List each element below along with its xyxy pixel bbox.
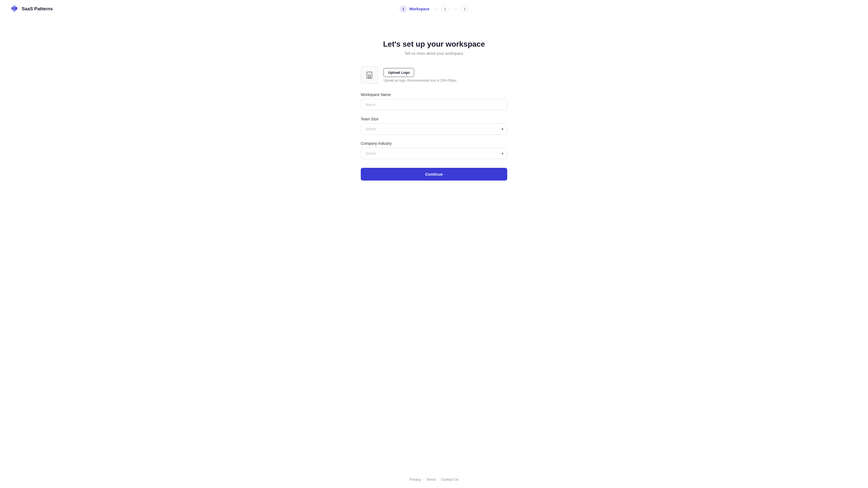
step-separator-1: — — [433, 6, 437, 11]
footer-dot-1: · — [423, 478, 424, 482]
workspace-name-input[interactable] — [361, 99, 507, 110]
footer-privacy-link[interactable]: Privacy — [409, 478, 421, 482]
building-icon — [366, 71, 373, 79]
workspace-name-group: Workspace Name — [361, 93, 507, 110]
stepper: 1 Workspace — 2 — 3 — [400, 5, 468, 13]
continue-button[interactable]: Continue — [361, 168, 507, 181]
footer-dot-2: · — [438, 478, 439, 482]
app-logo-icon — [11, 5, 19, 13]
team-size-select-wrapper: Select 1-10 11-50 51-200 201-500 500+ ▾ — [361, 123, 507, 135]
company-industry-select[interactable]: Select Technology Finance Healthcare Edu… — [361, 148, 507, 159]
logo-upload-area: Upload Logo Upload an logo. Recommended … — [361, 66, 507, 84]
logo-upload-info: Upload Logo Upload an logo. Recommended … — [383, 68, 457, 83]
step-1-label: Workspace — [409, 7, 429, 11]
step-1-circle: 1 — [400, 5, 407, 13]
footer-terms-link[interactable]: Terms — [426, 478, 436, 482]
svg-rect-3 — [13, 9, 16, 11]
team-size-label: Team Size — [361, 117, 507, 121]
company-industry-select-wrapper: Select Technology Finance Healthcare Edu… — [361, 148, 507, 159]
step-separator-2: — — [453, 6, 457, 11]
step-2: 2 — [441, 5, 449, 13]
step-3-circle: 3 — [461, 5, 468, 13]
team-size-select[interactable]: Select 1-10 11-50 51-200 201-500 500+ — [361, 123, 507, 135]
company-industry-group: Company Industry Select Technology Finan… — [361, 141, 507, 159]
footer-contact-link[interactable]: Contact Us — [441, 478, 458, 482]
form-container: Upload Logo Upload an logo. Recommended … — [361, 66, 507, 181]
logo-area: SaaS Patterns — [11, 5, 53, 13]
logo-preview-box — [361, 66, 378, 84]
app-logo-text: SaaS Patterns — [22, 6, 53, 12]
upload-logo-hint: Upload an logo. Recommended size is 256×… — [383, 78, 457, 83]
svg-rect-7 — [369, 75, 371, 78]
step-2-circle: 2 — [441, 5, 449, 13]
step-1: 1 Workspace — [400, 5, 429, 13]
footer: Privacy · Terms · Contact Us — [0, 471, 868, 488]
main-content: Let's set up your workspace Tell us more… — [0, 18, 868, 471]
workspace-name-label: Workspace Name — [361, 93, 507, 97]
team-size-group: Team Size Select 1-10 11-50 51-200 201-5… — [361, 117, 507, 135]
step-3: 3 — [461, 5, 468, 13]
page-title: Let's set up your workspace — [383, 40, 485, 48]
company-industry-label: Company Industry — [361, 141, 507, 145]
upload-logo-button[interactable]: Upload Logo — [383, 68, 414, 77]
page-subtitle: Tell us more about your workspace — [405, 51, 463, 56]
